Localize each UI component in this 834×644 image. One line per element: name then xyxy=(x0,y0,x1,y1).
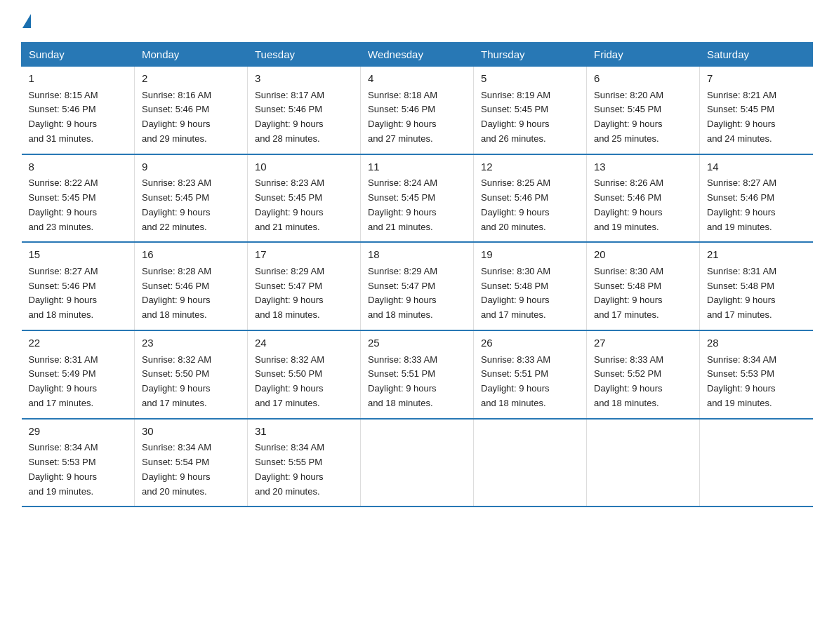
calendar-cell: 11Sunrise: 8:24 AMSunset: 5:45 PMDayligh… xyxy=(361,154,474,243)
calendar-cell: 30Sunrise: 8:34 AMSunset: 5:54 PMDayligh… xyxy=(135,419,248,507)
day-number: 5 xyxy=(481,71,579,87)
week-row-3: 15Sunrise: 8:27 AMSunset: 5:46 PMDayligh… xyxy=(22,242,813,330)
calendar-cell: 8Sunrise: 8:22 AMSunset: 5:45 PMDaylight… xyxy=(22,154,135,243)
calendar-cell: 4Sunrise: 8:18 AMSunset: 5:46 PMDaylight… xyxy=(361,67,474,154)
day-number: 3 xyxy=(255,71,353,87)
day-number: 19 xyxy=(481,247,579,263)
day-info: Sunrise: 8:34 AMSunset: 5:53 PMDaylight:… xyxy=(707,354,776,408)
day-number: 17 xyxy=(255,247,353,263)
day-number: 2 xyxy=(142,71,240,87)
day-info: Sunrise: 8:30 AMSunset: 5:48 PMDaylight:… xyxy=(481,266,550,320)
day-number: 12 xyxy=(481,159,579,175)
header-tuesday: Tuesday xyxy=(248,43,361,67)
day-number: 8 xyxy=(29,159,128,175)
calendar-cell: 1Sunrise: 8:15 AMSunset: 5:46 PMDaylight… xyxy=(22,67,135,154)
day-info: Sunrise: 8:23 AMSunset: 5:45 PMDaylight:… xyxy=(255,177,324,232)
day-number: 21 xyxy=(707,247,806,263)
calendar-cell xyxy=(587,419,700,507)
logo xyxy=(21,14,31,28)
calendar-cell xyxy=(361,419,474,507)
calendar-cell: 2Sunrise: 8:16 AMSunset: 5:46 PMDaylight… xyxy=(135,67,248,154)
day-info: Sunrise: 8:31 AMSunset: 5:48 PMDaylight:… xyxy=(707,266,776,320)
calendar-cell: 31Sunrise: 8:34 AMSunset: 5:55 PMDayligh… xyxy=(248,419,361,507)
calendar-cell: 5Sunrise: 8:19 AMSunset: 5:45 PMDaylight… xyxy=(474,67,587,154)
day-info: Sunrise: 8:27 AMSunset: 5:46 PMDaylight:… xyxy=(707,177,776,232)
day-info: Sunrise: 8:29 AMSunset: 5:47 PMDaylight:… xyxy=(368,266,437,320)
header-wednesday: Wednesday xyxy=(361,43,474,67)
calendar-cell xyxy=(700,419,813,507)
day-info: Sunrise: 8:25 AMSunset: 5:46 PMDaylight:… xyxy=(481,177,550,232)
day-info: Sunrise: 8:30 AMSunset: 5:48 PMDaylight:… xyxy=(594,266,663,320)
day-info: Sunrise: 8:26 AMSunset: 5:46 PMDaylight:… xyxy=(594,177,663,232)
day-info: Sunrise: 8:34 AMSunset: 5:54 PMDaylight:… xyxy=(142,442,211,496)
day-info: Sunrise: 8:20 AMSunset: 5:45 PMDaylight:… xyxy=(594,90,663,144)
day-info: Sunrise: 8:34 AMSunset: 5:53 PMDaylight:… xyxy=(29,442,98,496)
day-number: 14 xyxy=(707,159,806,175)
day-info: Sunrise: 8:31 AMSunset: 5:49 PMDaylight:… xyxy=(29,354,98,408)
day-number: 10 xyxy=(255,159,353,175)
header-sunday: Sunday xyxy=(22,43,135,67)
calendar-cell: 6Sunrise: 8:20 AMSunset: 5:45 PMDaylight… xyxy=(587,67,700,154)
header-friday: Friday xyxy=(587,43,700,67)
day-number: 24 xyxy=(255,335,353,351)
day-info: Sunrise: 8:15 AMSunset: 5:46 PMDaylight:… xyxy=(29,90,98,144)
calendar-cell: 24Sunrise: 8:32 AMSunset: 5:50 PMDayligh… xyxy=(248,330,361,419)
day-info: Sunrise: 8:33 AMSunset: 5:51 PMDaylight:… xyxy=(368,354,437,408)
calendar-cell: 22Sunrise: 8:31 AMSunset: 5:49 PMDayligh… xyxy=(22,330,135,419)
calendar-cell: 23Sunrise: 8:32 AMSunset: 5:50 PMDayligh… xyxy=(135,330,248,419)
day-info: Sunrise: 8:19 AMSunset: 5:45 PMDaylight:… xyxy=(481,90,550,144)
day-number: 28 xyxy=(707,335,806,351)
calendar-cell: 20Sunrise: 8:30 AMSunset: 5:48 PMDayligh… xyxy=(587,242,700,330)
week-row-1: 1Sunrise: 8:15 AMSunset: 5:46 PMDaylight… xyxy=(22,67,813,154)
calendar-cell xyxy=(474,419,587,507)
day-info: Sunrise: 8:34 AMSunset: 5:55 PMDaylight:… xyxy=(255,442,324,496)
day-info: Sunrise: 8:23 AMSunset: 5:45 PMDaylight:… xyxy=(142,177,211,232)
calendar-cell: 28Sunrise: 8:34 AMSunset: 5:53 PMDayligh… xyxy=(700,330,813,419)
day-number: 11 xyxy=(368,159,466,175)
day-info: Sunrise: 8:27 AMSunset: 5:46 PMDaylight:… xyxy=(29,266,98,320)
calendar-cell: 29Sunrise: 8:34 AMSunset: 5:53 PMDayligh… xyxy=(22,419,135,507)
day-number: 15 xyxy=(29,247,128,263)
day-info: Sunrise: 8:32 AMSunset: 5:50 PMDaylight:… xyxy=(142,354,211,408)
day-number: 9 xyxy=(142,159,240,175)
calendar-cell: 26Sunrise: 8:33 AMSunset: 5:51 PMDayligh… xyxy=(474,330,587,419)
calendar-cell: 18Sunrise: 8:29 AMSunset: 5:47 PMDayligh… xyxy=(361,242,474,330)
calendar-table: SundayMondayTuesdayWednesdayThursdayFrid… xyxy=(21,42,813,507)
day-info: Sunrise: 8:24 AMSunset: 5:45 PMDaylight:… xyxy=(368,177,437,232)
calendar-cell: 9Sunrise: 8:23 AMSunset: 5:45 PMDaylight… xyxy=(135,154,248,243)
day-number: 6 xyxy=(594,71,692,87)
calendar-cell: 25Sunrise: 8:33 AMSunset: 5:51 PMDayligh… xyxy=(361,330,474,419)
header-thursday: Thursday xyxy=(474,43,587,67)
calendar-header-row: SundayMondayTuesdayWednesdayThursdayFrid… xyxy=(22,43,813,67)
day-number: 30 xyxy=(142,424,240,440)
day-info: Sunrise: 8:18 AMSunset: 5:46 PMDaylight:… xyxy=(368,90,437,144)
day-number: 27 xyxy=(594,335,692,351)
day-number: 1 xyxy=(29,71,128,87)
day-number: 26 xyxy=(481,335,579,351)
calendar-cell: 7Sunrise: 8:21 AMSunset: 5:45 PMDaylight… xyxy=(700,67,813,154)
day-info: Sunrise: 8:28 AMSunset: 5:46 PMDaylight:… xyxy=(142,266,211,320)
day-number: 20 xyxy=(594,247,692,263)
week-row-4: 22Sunrise: 8:31 AMSunset: 5:49 PMDayligh… xyxy=(22,330,813,419)
calendar-cell: 3Sunrise: 8:17 AMSunset: 5:46 PMDaylight… xyxy=(248,67,361,154)
week-row-5: 29Sunrise: 8:34 AMSunset: 5:53 PMDayligh… xyxy=(22,419,813,507)
day-info: Sunrise: 8:29 AMSunset: 5:47 PMDaylight:… xyxy=(255,266,324,320)
day-info: Sunrise: 8:16 AMSunset: 5:46 PMDaylight:… xyxy=(142,90,211,144)
day-info: Sunrise: 8:32 AMSunset: 5:50 PMDaylight:… xyxy=(255,354,324,408)
day-info: Sunrise: 8:21 AMSunset: 5:45 PMDaylight:… xyxy=(707,90,776,144)
calendar-cell: 13Sunrise: 8:26 AMSunset: 5:46 PMDayligh… xyxy=(587,154,700,243)
logo-triangle-icon xyxy=(22,14,31,28)
header xyxy=(21,14,813,28)
header-monday: Monday xyxy=(135,43,248,67)
calendar-cell: 15Sunrise: 8:27 AMSunset: 5:46 PMDayligh… xyxy=(22,242,135,330)
day-number: 23 xyxy=(142,335,240,351)
day-number: 31 xyxy=(255,424,353,440)
calendar-cell: 27Sunrise: 8:33 AMSunset: 5:52 PMDayligh… xyxy=(587,330,700,419)
day-number: 18 xyxy=(368,247,466,263)
calendar-cell: 21Sunrise: 8:31 AMSunset: 5:48 PMDayligh… xyxy=(700,242,813,330)
week-row-2: 8Sunrise: 8:22 AMSunset: 5:45 PMDaylight… xyxy=(22,154,813,243)
calendar-cell: 16Sunrise: 8:28 AMSunset: 5:46 PMDayligh… xyxy=(135,242,248,330)
day-info: Sunrise: 8:17 AMSunset: 5:46 PMDaylight:… xyxy=(255,90,324,144)
day-number: 16 xyxy=(142,247,240,263)
calendar-cell: 10Sunrise: 8:23 AMSunset: 5:45 PMDayligh… xyxy=(248,154,361,243)
